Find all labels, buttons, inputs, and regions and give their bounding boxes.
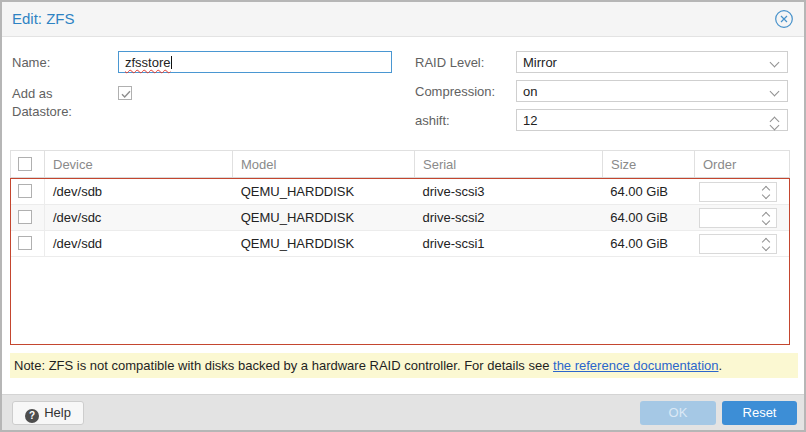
text-cursor — [171, 56, 172, 69]
compression-value: on — [523, 84, 537, 99]
size-cell: 64.00 GiB — [602, 184, 694, 199]
order-cell — [694, 182, 789, 202]
compression-label: Compression: — [415, 84, 495, 99]
select-all-cell — [11, 151, 45, 177]
column-header-order[interactable]: Order — [695, 151, 789, 177]
device-cell: /dev/sdd — [45, 236, 233, 251]
note-suffix: . — [719, 358, 723, 373]
serial-cell: drive-scsi3 — [414, 184, 602, 199]
dialog-footer: ?Help OK Reset — [2, 394, 804, 431]
name-input-value: zfsstore — [125, 55, 171, 70]
order-spinner[interactable] — [699, 182, 777, 202]
help-button-label: Help — [44, 405, 71, 420]
note-text: Note: ZFS is not compatible with disks b… — [14, 358, 553, 373]
order-spinner[interactable] — [699, 234, 777, 254]
row-checkbox-cell — [11, 231, 45, 256]
add-datastore-label: Add as Datastore: — [12, 85, 112, 121]
ashift-label: ashift: — [415, 113, 450, 128]
reset-button[interactable]: Reset — [722, 401, 797, 425]
order-cell — [694, 234, 789, 254]
order-cell — [694, 208, 789, 228]
model-cell: QEMU_HARDDISK — [233, 210, 415, 225]
row-checkbox[interactable] — [18, 236, 32, 250]
question-circle-icon: ? — [25, 409, 39, 423]
zfs-note: Note: ZFS is not compatible with disks b… — [10, 353, 798, 378]
ashift-value: 12 — [523, 113, 537, 128]
row-checkbox[interactable] — [18, 184, 32, 198]
size-cell: 64.00 GiB — [602, 236, 694, 251]
row-checkbox-cell — [11, 205, 45, 230]
close-icon[interactable] — [774, 9, 794, 29]
row-checkbox[interactable] — [18, 210, 32, 224]
disk-table-header: Device Model Serial Size Order — [10, 150, 790, 178]
dialog-title: Edit: ZFS — [12, 10, 75, 27]
column-header-serial[interactable]: Serial — [415, 151, 603, 177]
compression-select[interactable]: on — [516, 80, 788, 102]
order-spinner[interactable] — [699, 208, 777, 228]
reference-documentation-link[interactable]: the reference documentation — [553, 358, 719, 373]
table-row[interactable]: /dev/sdc QEMU_HARDDISK drive-scsi2 64.00… — [11, 205, 789, 231]
ashift-spinner[interactable]: 12 — [516, 109, 788, 131]
device-cell: /dev/sdc — [45, 210, 233, 225]
select-all-checkbox[interactable] — [18, 157, 32, 171]
serial-cell: drive-scsi1 — [414, 236, 602, 251]
disk-table-body: /dev/sdb QEMU_HARDDISK drive-scsi3 64.00… — [10, 178, 790, 345]
raid-level-value: Mirror — [523, 55, 557, 70]
name-label: Name: — [12, 55, 50, 70]
column-header-size[interactable]: Size — [603, 151, 695, 177]
chevron-down-icon — [770, 58, 780, 68]
chevron-down-icon — [770, 87, 780, 97]
column-header-model[interactable]: Model — [233, 151, 415, 177]
help-button[interactable]: ?Help — [12, 401, 84, 425]
edit-zfs-dialog: Edit: ZFS Name: zfsstore Add as Datastor… — [0, 0, 806, 432]
model-cell: QEMU_HARDDISK — [233, 184, 415, 199]
column-header-device[interactable]: Device — [45, 151, 233, 177]
ok-button[interactable]: OK — [640, 401, 716, 425]
table-row[interactable]: /dev/sdd QEMU_HARDDISK drive-scsi1 64.00… — [11, 231, 789, 257]
device-cell: /dev/sdb — [45, 184, 233, 199]
raid-level-select[interactable]: Mirror — [516, 51, 788, 73]
size-cell: 64.00 GiB — [602, 210, 694, 225]
dialog-titlebar: Edit: ZFS — [2, 2, 804, 37]
table-row[interactable]: /dev/sdb QEMU_HARDDISK drive-scsi3 64.00… — [11, 179, 789, 205]
add-datastore-checkbox[interactable] — [118, 86, 132, 100]
raid-level-label: RAID Level: — [415, 55, 484, 70]
checkmark-icon — [120, 88, 132, 100]
serial-cell: drive-scsi2 — [414, 210, 602, 225]
name-input[interactable]: zfsstore — [118, 51, 392, 73]
row-checkbox-cell — [11, 179, 45, 204]
model-cell: QEMU_HARDDISK — [233, 236, 415, 251]
